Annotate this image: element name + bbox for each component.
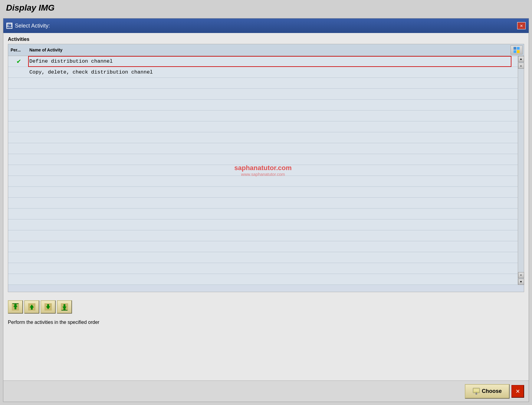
action-buttons-row — [3, 296, 529, 317]
scroll-track — [518, 69, 524, 272]
dialog-title-text: Select Activity: — [15, 23, 50, 29]
svg-rect-0 — [7, 24, 11, 27]
empty-row — [8, 110, 518, 121]
footer-text: Perform the activities in the specified … — [3, 317, 529, 328]
empty-row — [8, 198, 518, 209]
empty-row — [8, 230, 518, 241]
checkmark-icon: ✔ — [17, 57, 21, 65]
empty-row — [8, 100, 518, 110]
empty-row — [8, 187, 518, 198]
svg-point-17 — [475, 393, 477, 395]
empty-row — [8, 241, 518, 252]
svg-rect-16 — [474, 389, 479, 392]
empty-row — [8, 176, 518, 187]
empty-row — [8, 89, 518, 100]
scroll-down-button[interactable]: ▼ — [518, 279, 524, 285]
dialog-titlebar: Select Activity: ✕ — [3, 18, 529, 33]
empty-row — [8, 165, 518, 176]
move-up-button[interactable] — [24, 300, 39, 314]
table-header: Per... Name of Activity — [8, 44, 524, 56]
dialog-title-area: Select Activity: — [6, 23, 50, 29]
empty-row — [8, 78, 518, 89]
dialog-container: Select Activity: ✕ Activities Per... Nam… — [3, 18, 529, 402]
cancel-button[interactable]: ✕ — [511, 385, 524, 398]
move-down-button[interactable] — [41, 300, 56, 314]
empty-row — [8, 209, 518, 219]
row-1-check: ✔ — [8, 57, 29, 65]
dialog-close-button[interactable]: ✕ — [517, 22, 526, 29]
empty-row — [8, 154, 518, 165]
column-settings-button[interactable] — [511, 45, 523, 54]
empty-row — [8, 274, 518, 285]
empty-row — [8, 219, 518, 230]
choose-button-label: Choose — [482, 388, 502, 394]
page-title: Display IMG — [6, 3, 54, 13]
empty-row — [8, 121, 518, 132]
activities-label: Activities — [8, 37, 524, 42]
table-row[interactable]: Copy, delete, check distribution channel — [8, 67, 518, 78]
table-row[interactable]: ✔ Define distribution channel — [8, 56, 518, 67]
scroll-down-small-button[interactable]: ▾ — [518, 272, 524, 278]
dialog-content: Activities Per... Name of Activity — [3, 33, 529, 296]
settings-icon — [514, 47, 520, 53]
scroll-up-button[interactable]: ▲ — [518, 56, 524, 62]
svg-rect-2 — [8, 25, 9, 26]
choose-button[interactable]: Choose — [465, 384, 510, 399]
dialog-title-icon — [6, 23, 12, 29]
col-per-header: Per... — [8, 48, 29, 52]
empty-row — [8, 252, 518, 263]
empty-row — [8, 143, 518, 154]
empty-row — [8, 263, 518, 274]
bottom-bar: Choose ✕ — [3, 380, 529, 402]
row-1-name: Define distribution channel — [29, 57, 518, 65]
activities-table: Per... Name of Activity — [8, 44, 524, 292]
move-to-top-button[interactable] — [8, 300, 23, 314]
move-to-bottom-button[interactable] — [57, 300, 72, 314]
empty-row — [8, 132, 518, 143]
vertical-scrollbar[interactable]: ▲ ▴ ▾ ▼ — [518, 56, 524, 285]
row-2-name: Copy, delete, check distribution channel — [29, 68, 518, 76]
table-rows-container: ✔ Define distribution channel Copy, dele… — [8, 56, 518, 285]
scroll-up-small-button[interactable]: ▴ — [518, 63, 524, 69]
choose-icon — [473, 388, 480, 395]
table-scroll-area: ✔ Define distribution channel Copy, dele… — [8, 56, 524, 285]
col-name-header: Name of Activity — [29, 48, 511, 52]
